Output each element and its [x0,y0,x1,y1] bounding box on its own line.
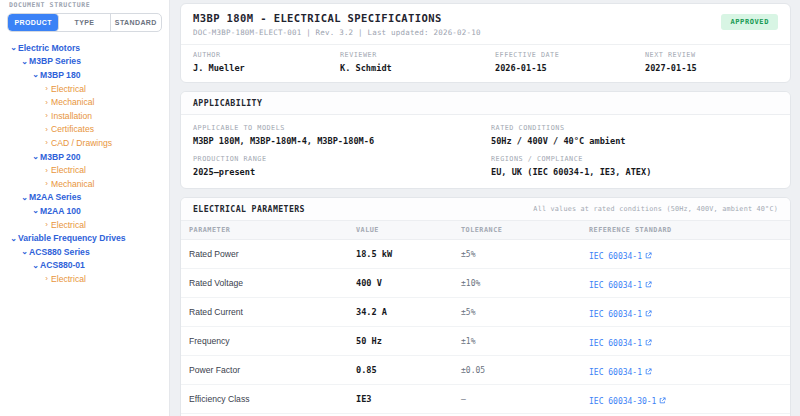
chevron-right-icon: › [42,111,51,120]
tab-standard[interactable]: STANDARD [111,14,161,31]
reference-standard-link[interactable]: IEC 60034-30-1 [589,397,666,406]
tree-item-acs880-series[interactable]: ⌄ACS880 Series [7,245,162,259]
parameters-table: PARAMETERVALUETOLERANCEREFERENCE STANDAR… [181,221,790,416]
tree-item-mechanical[interactable]: ›Mechanical [7,177,162,191]
tree-item-electrical[interactable]: ›Electrical [7,218,162,232]
field-rated-conditions: RATED CONDITIONS50Hz / 400V / 40°C ambie… [491,124,778,146]
meta-value: K. Schmidt [340,63,495,73]
table-row: Power Factor0.85±0.05IEC 60034-1 [181,356,790,385]
param-reference-cell: IEC 60034-1 [581,240,790,269]
chevron-down-icon: ⌄ [9,234,18,243]
reference-standard-link[interactable]: IEC 60034-1 [589,368,652,377]
tree-item-label: M2AA 100 [40,206,81,216]
tree-item-acs880-01[interactable]: ⌄ACS880-01 [7,259,162,273]
column-header-value: VALUE [348,221,453,240]
external-link-icon [645,281,652,290]
tree-item-label: Electric Motors [18,43,80,53]
field-value: 2025–present [193,167,491,177]
reference-standard-label: IEC 60034-1 [589,310,642,319]
reference-standard-link[interactable]: IEC 60034-1 [589,281,652,290]
tree-item-installation[interactable]: ›Installation [7,109,162,123]
field-label: PRODUCTION RANGE [193,155,491,163]
param-name: Rated Current [181,298,348,327]
document-header-card: M3BP 180M - ELECTRICAL SPECIFICATIONS DO… [180,3,791,83]
tree-item-label: M3BP 200 [40,152,80,162]
meta-label: NEXT REVIEW [645,51,697,59]
field-value: EU, UK (IEC 60034-1, IE3, ATEX) [491,167,778,177]
meta-value: 2027-01-15 [645,63,697,73]
tree-item-m2aa-series[interactable]: ⌄M2AA Series [7,191,162,205]
reference-standard-label: IEC 60034-30-1 [589,397,656,406]
chevron-right-icon: › [42,98,51,107]
param-value: 0.85 [348,356,453,385]
param-name: Frequency [181,327,348,356]
main-content: M3BP 180M - ELECTRICAL SPECIFICATIONS DO… [170,0,800,416]
app-root: DOCUMENT STRUCTURE PRODUCTTYPESTANDARD ⌄… [0,0,800,416]
param-tolerance: ±1% [453,327,581,356]
tab-product[interactable]: PRODUCT [8,14,59,31]
electrical-parameters-card: ELECTRICAL PARAMETERS All values at rate… [180,197,791,416]
external-link-icon [645,310,652,319]
tree-item-label: Installation [51,111,92,121]
tree-item-mechanical[interactable]: ›Mechanical [7,95,162,109]
field-regions-compliance: REGIONS / COMPLIANCEEU, UK (IEC 60034-1,… [491,155,778,177]
meta-author: AUTHORJ. Mueller [193,51,340,73]
tree-item-label: ACS880-01 [40,260,85,270]
tree-item-certificates[interactable]: ›Certificates [7,123,162,137]
page-title: M3BP 180M - ELECTRICAL SPECIFICATIONS [193,12,481,24]
tree-item-m3bp-200[interactable]: ⌄M3BP 200 [7,150,162,164]
tree-item-electrical[interactable]: ›Electrical [7,82,162,96]
reference-standard-label: IEC 60034-1 [589,368,642,377]
document-meta-row: AUTHORJ. MuellerREVIEWERK. SchmidtEFFECT… [181,44,790,82]
document-tree: ⌄Electric Motors⌄M3BP Series⌄M3BP 180›El… [7,41,162,286]
tree-item-m3bp-180[interactable]: ⌄M3BP 180 [7,68,162,82]
reference-standard-link[interactable]: IEC 60034-1 [589,339,652,348]
field-label: RATED CONDITIONS [491,124,778,132]
meta-label: EFFECTIVE DATE [495,51,645,59]
tree-item-label: Mechanical [51,179,94,189]
table-row: Frequency50 Hz±1%IEC 60034-1 [181,327,790,356]
param-tolerance: – [453,385,581,414]
tab-type[interactable]: TYPE [59,14,110,31]
meta-reviewer: REVIEWERK. Schmidt [340,51,495,73]
field-label: REGIONS / COMPLIANCE [491,155,778,163]
param-reference-cell: IEC 60034-30-1 [581,385,790,414]
param-name: Rated Voltage [181,269,348,298]
parameters-title: ELECTRICAL PARAMETERS [193,204,305,214]
param-tolerance: ±0.05 [453,356,581,385]
tree-item-m2aa-100[interactable]: ⌄M2AA 100 [7,204,162,218]
tree-item-variable-frequency-drives[interactable]: ⌄Variable Frequency Drives [7,231,162,245]
meta-label: REVIEWER [340,51,495,59]
external-link-icon [645,339,652,348]
meta-effective-date: EFFECTIVE DATE2026-01-15 [495,51,645,73]
chevron-down-icon: ⌄ [20,247,29,256]
table-row: Rated Voltage400 V±10%IEC 60034-1 [181,269,790,298]
tree-item-label: Variable Frequency Drives [18,233,125,243]
external-link-icon [645,252,652,261]
tree-item-label: CAD / Drawings [51,138,112,148]
chevron-down-icon: ⌄ [20,193,29,202]
tree-item-m3bp-series[interactable]: ⌄M3BP Series [7,55,162,69]
status-badge: APPROVED [721,14,778,30]
table-row: Rated Power18.5 kW±5%IEC 60034-1 [181,240,790,269]
tree-item-electrical[interactable]: ›Electrical [7,272,162,286]
chevron-right-icon: › [42,138,51,147]
param-tolerance: ±5% [453,298,581,327]
reference-standard-link[interactable]: IEC 60034-1 [589,252,652,261]
column-header-tolerance: TOLERANCE [453,221,581,240]
table-row: Efficiency ClassIE3–IEC 60034-30-1 [181,385,790,414]
param-value: 400 V [348,269,453,298]
external-link-icon [659,397,666,406]
tree-item-electric-motors[interactable]: ⌄Electric Motors [7,41,162,55]
sidebar-title: DOCUMENT STRUCTURE [9,1,162,9]
param-tolerance: ±10% [453,269,581,298]
chevron-down-icon: ⌄ [20,57,29,66]
reference-standard-link[interactable]: IEC 60034-1 [589,310,652,319]
tree-item-cad-drawings[interactable]: ›CAD / Drawings [7,136,162,150]
field-applicable-to-models: APPLICABLE TO MODELSM3BP 180M, M3BP-180M… [193,124,491,146]
field-value: 50Hz / 400V / 40°C ambient [491,136,778,146]
chevron-right-icon: › [42,220,51,229]
meta-label: AUTHOR [193,51,340,59]
param-value: 50 Hz [348,327,453,356]
tree-item-electrical[interactable]: ›Electrical [7,163,162,177]
